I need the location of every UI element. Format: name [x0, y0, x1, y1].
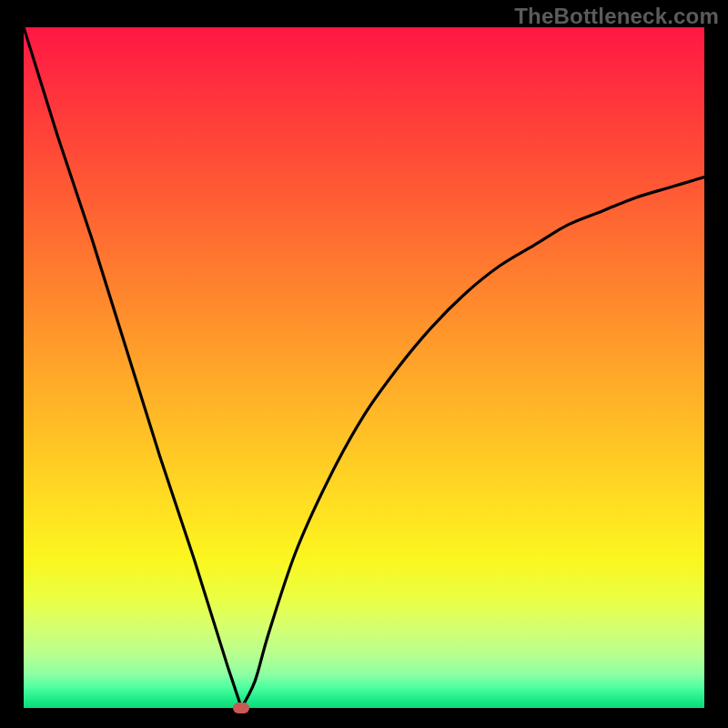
- plot-bottom-border: [24, 708, 704, 728]
- bottleneck-curve: [24, 27, 704, 708]
- minimum-marker: [233, 703, 249, 713]
- plot-area: [24, 27, 704, 708]
- chart-frame: TheBottleneck.com: [0, 0, 728, 728]
- attribution-text: TheBottleneck.com: [514, 4, 719, 29]
